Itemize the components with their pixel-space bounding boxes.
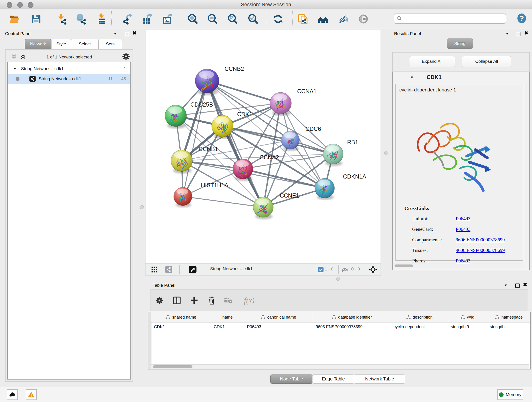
network-node-RB1[interactable] — [323, 144, 343, 166]
column-header-namespace[interactable]: namespace — [487, 312, 531, 322]
tab-network-table[interactable]: Network Table — [354, 375, 405, 384]
save-session-icon[interactable] — [31, 13, 42, 25]
undock-panel-icon[interactable] — [125, 32, 129, 37]
first-neighbors-icon[interactable] — [317, 13, 329, 25]
expand-all-button[interactable]: Expand All — [409, 56, 455, 67]
crosslink-link[interactable]: P06493 — [456, 216, 470, 222]
zoom-in-icon[interactable] — [187, 13, 198, 25]
birdseye-grid-icon[interactable] — [150, 265, 159, 274]
column-header-database-identifier[interactable]: database identifier — [313, 312, 391, 322]
warnings-button[interactable] — [26, 389, 37, 400]
network-row-selected[interactable]: String Network – cdk1 11 48 — [8, 74, 130, 84]
tab-network[interactable]: Network — [25, 39, 51, 49]
crosslink-link[interactable]: P06493 — [456, 258, 470, 264]
share-network-icon[interactable] — [164, 265, 173, 274]
tab-select[interactable]: Select — [71, 39, 99, 49]
network-node-HIST1H1A[interactable] — [174, 187, 192, 207]
close-panel-icon[interactable]: ✖ — [133, 30, 137, 36]
delete-icon[interactable] — [206, 294, 218, 306]
import-network-from-file-icon[interactable] — [57, 13, 68, 25]
column-header-name[interactable]: name — [211, 312, 244, 322]
export-image-icon[interactable] — [163, 13, 174, 25]
network-graph[interactable]: CCNB2CCNA1CDC25BCDK1CDC6RB1CCNB1CCNA2CDK… — [146, 30, 380, 263]
new-network-from-selection-icon[interactable] — [298, 13, 309, 25]
zoom-out-icon[interactable] — [207, 13, 218, 25]
table-cell[interactable]: CDK1 — [151, 322, 211, 332]
float-panel-icon[interactable]: ▼ — [114, 32, 117, 36]
collapse-entry-icon[interactable]: ▼ — [410, 75, 414, 80]
table-cell[interactable]: 9606.ENSP00000378699 — [313, 322, 391, 332]
tab-sets[interactable]: Sets — [99, 39, 122, 49]
network-view-canvas[interactable]: CCNB2CCNA1CDC25BCDK1CDC6RB1CCNB1CCNA2CDK… — [145, 30, 381, 263]
table-cell[interactable]: P06493 — [244, 322, 313, 332]
network-node-CDC25B[interactable] — [165, 105, 186, 128]
network-node-CDK1[interactable] — [212, 115, 233, 139]
open-session-icon[interactable] — [9, 13, 20, 25]
column-header-shared-name[interactable]: shared name — [151, 312, 211, 322]
network-node-CCNE1[interactable] — [253, 197, 273, 219]
crosslink-link[interactable]: 9606.ENSP00000378699 — [456, 237, 505, 243]
close-panel-icon[interactable]: ✖ — [523, 282, 527, 287]
tab-node-table[interactable]: Node Table — [270, 375, 313, 384]
network-node-CCNA1[interactable] — [270, 92, 291, 116]
network-edge-HIST1H1A-CCNE1[interactable] — [183, 196, 263, 207]
table-cell[interactable]: cyclin-dependent ... — [391, 322, 448, 332]
table-cell[interactable]: CDK1 — [211, 322, 244, 332]
results-vertical-scrollbar[interactable] — [525, 84, 528, 260]
hide-graphics-details-icon[interactable] — [338, 13, 349, 25]
tab-style[interactable]: Style — [51, 39, 71, 49]
undock-panel-icon[interactable] — [515, 283, 520, 289]
column-header-canonical-name[interactable]: canonical name — [244, 312, 313, 322]
selected-checkbox-icon[interactable] — [316, 265, 326, 274]
table-cell[interactable]: stringdb:9... — [448, 322, 487, 332]
open-in-new-icon[interactable] — [188, 265, 197, 274]
collapse-all-button[interactable]: Collapse All — [462, 56, 511, 67]
network-collection-row[interactable]: ▼ String Network – cdk1 1 — [8, 64, 130, 74]
tree-expand-icon[interactable]: ▼ — [13, 67, 17, 70]
delete-table-icon — [222, 294, 234, 306]
crosshair-icon[interactable] — [368, 265, 378, 274]
column-header--id[interactable]: @id — [448, 312, 487, 322]
show-columns-icon[interactable] — [171, 294, 183, 306]
left-splitter-grip[interactable] — [140, 205, 144, 209]
add-icon[interactable] — [188, 294, 200, 306]
network-node-CCNA2[interactable] — [233, 159, 253, 181]
crosslink-link[interactable]: 9606.ENSP00000378699 — [456, 248, 505, 253]
cloud-button[interactable] — [7, 389, 18, 400]
search-input[interactable] — [402, 16, 506, 21]
network-node-CDC6[interactable] — [281, 131, 299, 151]
collection-count: 1 — [123, 66, 126, 71]
zoom-fit-icon[interactable] — [227, 13, 238, 25]
column-header-description[interactable]: description — [391, 312, 448, 322]
float-panel-icon[interactable]: ▼ — [505, 32, 509, 36]
close-panel-icon[interactable]: ✖ — [524, 30, 528, 36]
help-icon[interactable]: ? — [516, 13, 527, 24]
table-cell[interactable]: stringdb — [487, 322, 531, 332]
table-settings-gear-icon[interactable] — [153, 294, 165, 306]
table-horizontal-scrollbar[interactable] — [151, 364, 529, 369]
network-node-CCNB1[interactable] — [171, 150, 192, 173]
network-edge-CCNA2-CDKN1A[interactable] — [243, 169, 325, 188]
network-edge-CCNB2-HIST1H1A[interactable] — [183, 81, 207, 196]
refresh-icon[interactable] — [273, 13, 284, 25]
network-options-gear-icon[interactable] — [122, 52, 130, 61]
float-panel-icon[interactable]: ▼ — [504, 283, 507, 287]
tab-edge-table[interactable]: Edge Table — [312, 375, 355, 384]
network-node-CCNB2[interactable] — [195, 69, 219, 95]
network-node-label-RB1: RB1 — [347, 139, 358, 145]
tab-string[interactable]: String — [447, 38, 473, 49]
export-network-icon[interactable] — [122, 13, 133, 25]
network-node-CDKN1A[interactable] — [315, 178, 335, 200]
undock-panel-icon[interactable] — [517, 32, 521, 37]
zoom-selected-icon[interactable] — [247, 13, 259, 25]
import-network-from-database-icon[interactable] — [76, 13, 87, 25]
table-row[interactable]: CDK1CDK1P064939606.ENSP00000378699cyclin… — [151, 322, 531, 332]
show-graphics-details-icon[interactable] — [358, 13, 369, 25]
results-horizontal-scrollbar[interactable] — [394, 264, 523, 268]
crosslink-link[interactable]: P06493 — [456, 226, 470, 232]
memory-button[interactable]: Memory — [497, 389, 523, 400]
horizontal-splitter-grip[interactable] — [336, 277, 340, 281]
right-splitter-grip[interactable] — [384, 151, 388, 155]
export-table-icon[interactable] — [142, 13, 153, 25]
import-table-from-file-icon[interactable] — [96, 13, 108, 25]
